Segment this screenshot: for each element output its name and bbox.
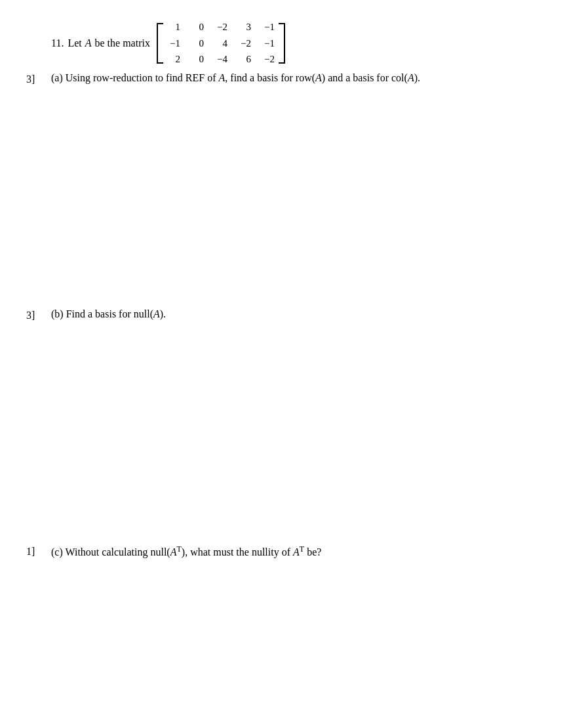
matrix-bracket-left: [157, 23, 163, 64]
matrix-bracket-right: [279, 23, 285, 64]
part-c-variable-AT: A: [170, 546, 177, 558]
part-c-variable-AT2: A: [293, 546, 300, 558]
part-c-points: 1]: [26, 544, 51, 558]
part-c-label: (c): [51, 546, 63, 558]
problem-intro-area: 11. Let A be the matrix 1 0 −2 3 −1 −1 0…: [51, 20, 562, 67]
part-c-text-end: be?: [304, 546, 321, 558]
part-a-label: (a): [51, 72, 63, 83]
part-a-content: (a) Using row-reduction to find REF of A…: [51, 72, 562, 84]
part-a-text-before: Using row-reduction to find REF of: [66, 72, 219, 83]
part-b-content: (b) Find a basis for null(A).: [51, 308, 562, 320]
part-a-text-end: ).: [414, 72, 420, 83]
variable-A: A: [85, 37, 92, 49]
matrix-cell-1-2: 4: [214, 36, 227, 51]
problem-number-label: 11.: [51, 37, 64, 49]
part-b-text-end: ).: [160, 308, 166, 319]
matrix-cell-0-3: 3: [238, 20, 251, 35]
part-b-section: 3] (b) Find a basis for null(A).: [26, 308, 562, 321]
matrix-cell-2-4: −2: [262, 52, 275, 67]
part-a-variable-A2: A: [315, 72, 322, 83]
part-c-sup-T: T: [176, 544, 181, 554]
matrix-cell-0-4: −1: [262, 20, 275, 35]
matrix-cell-0-1: 0: [191, 20, 204, 35]
matrix-cell-1-0: −1: [167, 36, 180, 51]
matrix-cell-0-0: 1: [167, 20, 180, 35]
part-a-points: 3]: [26, 72, 51, 85]
matrix-cell-2-2: −4: [214, 52, 227, 67]
page: 11. Let A be the matrix 1 0 −2 3 −1 −1 0…: [0, 0, 588, 713]
part-b-text: Find a basis for null(: [66, 308, 153, 319]
problem-intro-text: Let: [68, 37, 81, 49]
part-a-variable-A: A: [219, 72, 225, 83]
part-b-variable-A: A: [153, 308, 160, 319]
part-a-section: 3] (a) Using row-reduction to find REF o…: [26, 72, 562, 85]
matrix-cell-1-1: 0: [191, 36, 204, 51]
problem-be-matrix: be the matrix: [95, 37, 150, 49]
part-a-text-middle: ) and a basis for col(: [322, 72, 408, 83]
part-c-text-before: Without calculating null(: [65, 546, 170, 558]
problem-number: [26, 20, 51, 21]
matrix-cell-2-3: 6: [238, 52, 251, 67]
matrix-cell-1-3: −2: [238, 36, 251, 51]
part-b-label: (b): [51, 308, 64, 319]
matrix-cell-0-2: −2: [214, 20, 227, 35]
part-b-points: 3]: [26, 308, 51, 321]
matrix-cell-2-0: 2: [167, 52, 180, 67]
part-a-variable-A3: A: [408, 72, 414, 83]
problem-11-header: 11. Let A be the matrix 1 0 −2 3 −1 −1 0…: [26, 20, 562, 67]
matrix-cell-2-1: 0: [191, 52, 204, 67]
part-c-section: 1] (c) Without calculating null(AT), wha…: [26, 544, 562, 558]
part-c-content: (c) Without calculating null(AT), what m…: [51, 544, 562, 558]
part-c-text-middle: ), what must the nullity of: [182, 546, 293, 558]
part-a-text-after: , find a basis for row(: [225, 72, 315, 83]
matrix-cell-1-4: −1: [262, 36, 275, 51]
matrix-grid: 1 0 −2 3 −1 −1 0 4 −2 −1 2 0 −4 6 −2: [167, 20, 275, 67]
